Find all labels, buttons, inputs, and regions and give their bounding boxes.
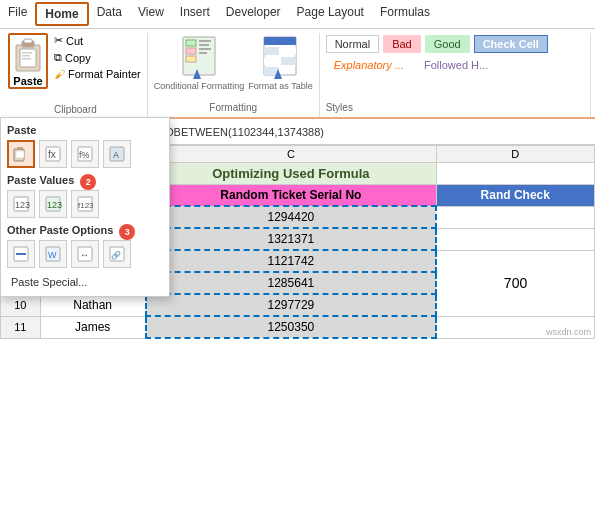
copy-button[interactable]: ⧉ Copy <box>52 50 143 65</box>
row6-rand[interactable] <box>436 206 594 228</box>
paste-icon-formula[interactable]: fx <box>39 140 67 168</box>
paste-button[interactable]: Paste <box>8 33 48 89</box>
row8-ticket[interactable]: 1121742 <box>146 250 436 272</box>
col-rand-check-header: Rand Check <box>436 185 594 207</box>
formatting-section-label: Formatting <box>209 102 257 115</box>
col-header-c[interactable]: C <box>146 146 436 163</box>
formula-content: =RANDBETWEEN(1102344,1374388) <box>134 124 591 140</box>
svg-text:↔: ↔ <box>80 250 89 260</box>
row6-ticket[interactable]: 1294420 <box>146 206 436 228</box>
svg-text:f%: f% <box>79 150 90 160</box>
paste-icon-no-border[interactable]: A <box>103 140 131 168</box>
svg-rect-19 <box>281 47 296 55</box>
paste-icons-row: fx f% A <box>7 140 163 168</box>
menu-page-layout[interactable]: Page Layout <box>289 2 372 26</box>
paste-values-row: 123 123 f123 <box>7 190 163 218</box>
paste-special-button[interactable]: Paste Special... <box>7 274 163 290</box>
clipboard-buttons: ✂ Cut ⧉ Copy 🖌 Format Painter <box>52 33 143 89</box>
svg-rect-20 <box>264 57 279 65</box>
menu-data[interactable]: Data <box>89 2 130 26</box>
svg-rect-4 <box>22 52 32 54</box>
paste-icon-default[interactable] <box>7 140 35 168</box>
row11-ticket[interactable]: 1250350 <box>146 316 436 338</box>
row7-rand[interactable] <box>436 228 594 250</box>
menu-formulas[interactable]: Formulas <box>372 2 438 26</box>
conditional-formatting-button[interactable]: Conditional Formatting <box>154 35 245 92</box>
other-paste-header: Other Paste Options 3 <box>7 224 163 240</box>
paste-values-fmt-btn[interactable]: 123 <box>39 190 67 218</box>
copy-label: Copy <box>65 52 91 64</box>
menu-insert[interactable]: Insert <box>172 2 218 26</box>
watermark: wsxdn.com <box>546 327 591 337</box>
styles-label: Styles <box>326 102 584 115</box>
format-as-table-icon <box>262 35 298 81</box>
menu-developer[interactable]: Developer <box>218 2 289 26</box>
paste-icon-formula2[interactable]: f% <box>71 140 99 168</box>
paste-values-header: Paste Values 2 <box>7 174 163 190</box>
clipboard-label: Clipboard <box>8 104 143 117</box>
conditional-formatting-icon <box>181 35 217 81</box>
svg-rect-21 <box>281 57 296 65</box>
format-painter-button[interactable]: 🖌 Format Painter <box>52 67 143 81</box>
conditional-formatting-label: Conditional Formatting <box>154 81 245 92</box>
other-paste-btn3[interactable]: ↔ <box>71 240 99 268</box>
paste-label: Paste <box>13 75 42 87</box>
svg-rect-14 <box>199 52 207 54</box>
svg-rect-8 <box>186 40 196 46</box>
svg-text:f123: f123 <box>78 201 94 210</box>
menu-file[interactable]: File <box>0 2 35 26</box>
paste-values-title: Paste Values <box>7 174 74 186</box>
style-explanatory[interactable]: Explanatory ... <box>326 57 412 73</box>
format-painter-label: Format Painter <box>68 68 141 80</box>
other-paste-btn4[interactable]: 🔗 <box>103 240 131 268</box>
row-header-10: 10 <box>1 294 41 316</box>
paste-dropdown: Paste fx f% A Paste Values 2 123 123 <box>0 117 170 297</box>
styles-section: Normal Bad Good Check Cell Explanatory .… <box>320 33 591 117</box>
row11-name[interactable]: James <box>40 316 146 338</box>
svg-rect-13 <box>199 48 211 50</box>
col-header-d[interactable]: D <box>436 146 594 163</box>
row-header-11: 11 <box>1 316 41 338</box>
style-followed[interactable]: Followed H... <box>416 57 496 73</box>
format-as-table-label: Format as Table <box>248 81 312 92</box>
svg-text:123: 123 <box>47 200 62 210</box>
other-paste-btn2[interactable]: W <box>39 240 67 268</box>
row9-ticket[interactable]: 1285641 <box>146 272 436 294</box>
paste-dropdown-title: Paste <box>7 124 163 136</box>
row10-name[interactable]: Nathan <box>40 294 146 316</box>
paste-values-btn[interactable]: 123 <box>7 190 35 218</box>
paste-badge-3: 3 <box>119 224 135 240</box>
style-normal[interactable]: Normal <box>326 35 379 53</box>
style-good[interactable]: Good <box>425 35 470 53</box>
svg-rect-26 <box>16 151 24 158</box>
other-paste-title: Other Paste Options <box>7 224 113 236</box>
paste-values-formula-btn[interactable]: f123 <box>71 190 99 218</box>
clipboard-section: Paste ✂ Cut ⧉ Copy 🖌 Format Painter Clip… <box>4 33 148 117</box>
cut-button[interactable]: ✂ Cut <box>52 33 143 48</box>
svg-text:A: A <box>113 150 119 160</box>
menu-view[interactable]: View <box>130 2 172 26</box>
svg-text:W: W <box>48 250 57 260</box>
row7-ticket[interactable]: 1321371 <box>146 228 436 250</box>
paste-icon <box>10 35 46 75</box>
other-paste-btn1[interactable] <box>7 240 35 268</box>
col-random-ticket-header: Random Ticket Serial No <box>146 185 436 207</box>
style-bad[interactable]: Bad <box>383 35 421 53</box>
svg-rect-12 <box>199 44 209 46</box>
cut-icon: ✂ <box>54 34 63 47</box>
copy-icon: ⧉ <box>54 51 62 64</box>
svg-text:🔗: 🔗 <box>111 250 121 260</box>
row4-d[interactable] <box>436 163 594 185</box>
style-check-cell[interactable]: Check Cell <box>474 35 548 53</box>
menu-home[interactable]: Home <box>35 2 88 26</box>
svg-rect-2 <box>24 39 32 43</box>
paste-badge-2: 2 <box>80 174 96 190</box>
row8-rand[interactable]: 700 <box>436 250 594 316</box>
svg-rect-9 <box>186 48 196 54</box>
row10-ticket[interactable]: 1297729 <box>146 294 436 316</box>
svg-rect-11 <box>199 40 211 42</box>
format-as-table-button[interactable]: Format as Table <box>248 35 312 92</box>
format-painter-icon: 🖌 <box>54 68 65 80</box>
svg-text:fx: fx <box>48 149 56 160</box>
title-cell: Optimizing Used Formula <box>146 163 436 185</box>
